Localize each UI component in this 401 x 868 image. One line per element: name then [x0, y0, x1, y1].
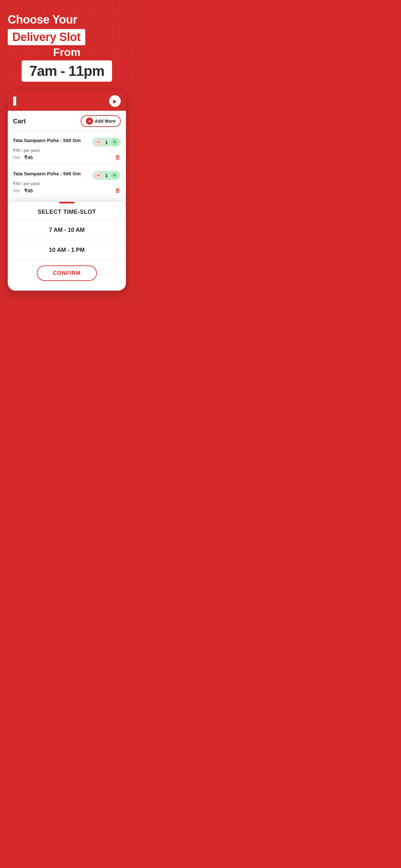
item-final-price: ₹45 [24, 188, 33, 193]
header-line1: Choose Your Delivery Slot [8, 13, 126, 45]
quantity-minus-button[interactable]: − [95, 138, 102, 146]
logo-icon: ▶ [109, 95, 121, 107]
mrp-original: ₹50 [13, 189, 20, 193]
confirm-button[interactable]: CONFIRM [37, 266, 97, 281]
mrp-original: ₹50 [13, 155, 20, 160]
time-range-text: 7am - 11pm [29, 63, 104, 79]
item-name: Tata Sampann Poha : 500 Gm [13, 171, 81, 176]
sheet-divider [8, 260, 126, 260]
item-name: Tata Sampann Poha : 500 Gm [13, 137, 81, 143]
delivery-slot-box: Delivery Slot [8, 29, 85, 45]
cart-header: Cart + Add More [13, 115, 121, 127]
cart-title: Cart [13, 118, 26, 125]
item-bottom: ₹50 ₹45 🗑 [13, 154, 121, 161]
timeslot-option-1[interactable]: 7 AM - 10 AM [8, 220, 126, 240]
header-center: From 7am - 11pm [8, 46, 126, 82]
item-bottom: ₹50 ₹45 🗑 [13, 187, 121, 194]
item-price-row: ₹45 / per pack [13, 148, 121, 153]
logo-arrow: ▶ [113, 98, 117, 104]
quantity-minus-button[interactable]: − [95, 172, 102, 179]
quantity-control: − 1 + [92, 137, 121, 147]
cart-item-top: Tata Sampann Poha : 500 Gm − 1 + [13, 137, 121, 147]
add-more-label: Add More [95, 119, 116, 124]
price-info: ₹50 ₹45 [13, 155, 33, 160]
cart-item-top: Tata Sampann Poha : 500 Gm − 1 + [13, 171, 121, 180]
select-timeslot-title: SELECT TIME-SLOT [8, 209, 126, 220]
sheet-handle [59, 202, 74, 204]
item-price-row: ₹45 / per pack [13, 181, 121, 186]
choose-your-text: Choose Your [8, 13, 77, 27]
phone-header: ‹ ▶ [8, 91, 126, 111]
price-info: ₹50 ₹45 [13, 188, 33, 194]
quantity-control: − 1 + [92, 171, 121, 180]
delete-icon[interactable]: 🗑 [115, 154, 121, 161]
quantity-plus-button[interactable]: + [111, 138, 118, 146]
add-more-button[interactable]: + Add More [81, 115, 121, 127]
delivery-slot-text: Delivery Slot [12, 30, 81, 43]
back-button[interactable]: ‹ [13, 96, 17, 106]
add-more-plus-icon: + [86, 118, 93, 125]
from-text: From [8, 46, 126, 58]
header-section: Choose Your Delivery Slot From 7am - 11p… [8, 13, 126, 82]
quantity-number: 1 [105, 173, 108, 178]
quantity-number: 1 [105, 140, 108, 145]
bottom-sheet: SELECT TIME-SLOT 7 AM - 10 AM 10 AM - 1 … [8, 202, 126, 290]
cart-item: Tata Sampann Poha : 500 Gm − 1 + ₹45 / p… [13, 134, 121, 164]
delete-icon[interactable]: 🗑 [115, 187, 121, 194]
time-range-box: 7am - 11pm [22, 60, 112, 82]
cart-item: Tata Sampann Poha : 500 Gm − 1 + ₹45 / p… [13, 167, 121, 197]
cart-section: Cart + Add More Tata Sampann Poha : 500 … [8, 111, 126, 197]
item-final-price: ₹45 [24, 155, 33, 160]
cart-divider [13, 131, 121, 131]
phone-mockup: ‹ ▶ Cart + Add More Tata Sampann Poha : … [8, 91, 126, 290]
item-divider [13, 164, 121, 164]
quantity-plus-button[interactable]: + [111, 172, 118, 179]
timeslot-option-2[interactable]: 10 AM - 1 PM [8, 240, 126, 260]
